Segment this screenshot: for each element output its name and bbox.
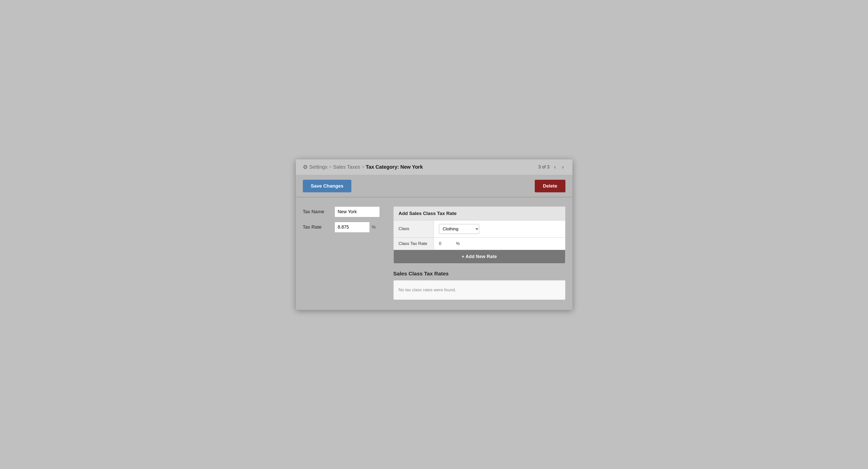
gear-icon: ⚙ <box>303 164 308 170</box>
class-select[interactable]: Clothing Food Other <box>439 224 479 234</box>
tax-rate-input-group: % <box>335 222 376 233</box>
tax-name-input[interactable] <box>335 206 380 217</box>
class-tax-rate-cell: % <box>434 237 565 250</box>
class-tax-rate-unit: % <box>456 241 460 246</box>
breadcrumb: ⚙ Settings > Sales Taxes > Tax Category:… <box>303 164 423 170</box>
tax-name-row: Tax Name <box>303 206 383 217</box>
tax-rate-input[interactable] <box>335 222 370 233</box>
add-rate-table: Class Clothing Food Other <box>394 221 565 250</box>
breadcrumb-settings[interactable]: Settings <box>309 164 328 170</box>
right-panel: Add Sales Class Tax Rate Class Clothing … <box>393 206 565 300</box>
save-changes-button[interactable]: Save Changes <box>303 180 352 192</box>
class-label: Class <box>394 221 434 238</box>
main-window: ⚙ Settings > Sales Taxes > Tax Category:… <box>296 159 572 310</box>
breadcrumb-sales-taxes[interactable]: Sales Taxes <box>333 164 360 170</box>
sales-class-title: Sales Class Tax Rates <box>393 271 565 277</box>
class-tax-rate-label: Class Tax Rate <box>394 237 434 250</box>
class-tax-rate-input[interactable] <box>439 241 454 246</box>
breadcrumb-sep2: > <box>362 165 365 170</box>
add-new-rate-button[interactable]: + Add New Rate <box>394 250 565 263</box>
add-rate-box: Add Sales Class Tax Rate Class Clothing … <box>393 206 565 264</box>
header: ⚙ Settings > Sales Taxes > Tax Category:… <box>296 159 572 175</box>
no-rates-message: No tax class rates were found. <box>393 280 565 300</box>
pagination-label: 3 of 3 <box>538 165 550 170</box>
delete-button[interactable]: Delete <box>535 180 565 192</box>
tax-rate-unit: % <box>372 225 376 230</box>
tax-rate-row: Tax Rate % <box>303 222 383 233</box>
left-form: Tax Name Tax Rate % <box>303 206 383 237</box>
class-tax-rate-row: Class Tax Rate % <box>394 237 565 250</box>
add-rate-title: Add Sales Class Tax Rate <box>394 207 565 221</box>
main-content: Tax Name Tax Rate % Add Sales Class Tax … <box>296 197 572 310</box>
class-tax-rate-group: % <box>439 241 560 246</box>
prev-button[interactable]: ‹ <box>553 164 557 170</box>
toolbar: Save Changes Delete <box>296 175 572 197</box>
class-select-cell: Clothing Food Other <box>434 221 565 238</box>
tax-rate-label: Tax Rate <box>303 224 331 230</box>
next-button[interactable]: › <box>560 164 565 170</box>
class-row: Class Clothing Food Other <box>394 221 565 238</box>
breadcrumb-current: Tax Category: New York <box>366 164 423 170</box>
class-select-wrap: Clothing Food Other <box>439 224 560 234</box>
sales-class-section: Sales Class Tax Rates No tax class rates… <box>393 271 565 300</box>
header-right: 3 of 3 ‹ › <box>538 164 565 170</box>
breadcrumb-sep1: > <box>329 165 332 170</box>
tax-name-label: Tax Name <box>303 209 331 214</box>
